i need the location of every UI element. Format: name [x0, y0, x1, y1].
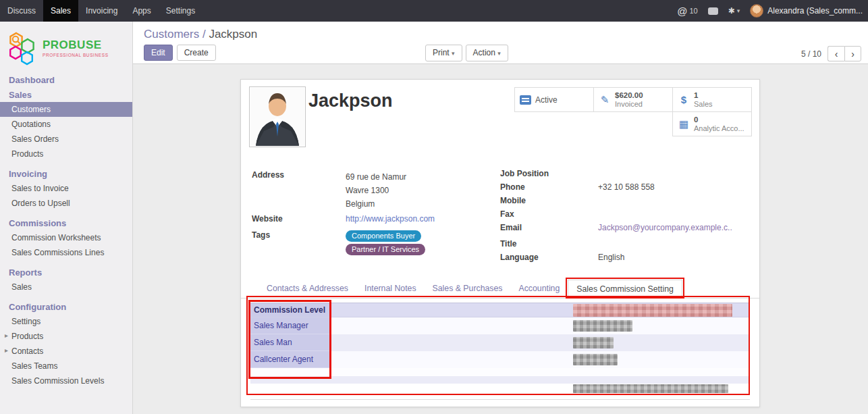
redacted-footer-cell: [573, 384, 728, 393]
tags-label: Tags: [252, 230, 346, 255]
tab-internal-notes[interactable]: Internal Notes: [356, 280, 425, 298]
sidebar-item-label: Contacts: [11, 346, 43, 356]
sidebar-item-commission-worksheets[interactable]: Commission Worksheets: [0, 230, 132, 245]
create-button[interactable]: Create: [177, 45, 216, 61]
table-row[interactable]: Sales Manager: [250, 317, 750, 334]
print-dropdown-button[interactable]: Print ▾: [425, 45, 462, 61]
analytic-count-value: 0: [694, 115, 698, 124]
table-row[interactable]: Callcenter Agent: [250, 351, 750, 368]
tab-contacts-addresses[interactable]: Contacts & Addresses: [259, 280, 356, 298]
sidebar-item-sales-commission-levels[interactable]: Sales Commission Levels: [0, 373, 132, 388]
invoiced-stat-button[interactable]: ✎ $620.00 Invoiced: [593, 87, 673, 112]
language-label: Language: [500, 253, 598, 263]
sidebar-header-invoicing[interactable]: Invoicing: [0, 166, 132, 181]
active-toggle-icon: [520, 95, 531, 105]
messages-icon[interactable]: [708, 7, 718, 15]
probuse-logo-text: PROBUSE PROFESSIONAL BUSINESS: [43, 38, 109, 57]
notebook-tabs: Contacts & Addresses Internal Notes Sale…: [241, 280, 759, 299]
user-avatar: [750, 4, 763, 18]
menu-apps[interactable]: Apps: [125, 0, 158, 22]
sidebar-item-settings[interactable]: Settings: [0, 314, 132, 329]
pager-next-button[interactable]: ›: [844, 46, 861, 61]
address-field: Address 69 rue de Namur Wavre 1300 Belgi…: [252, 170, 492, 211]
sidebar-item-quotations[interactable]: Quotations: [0, 117, 132, 132]
phone-value: +32 10 588 558: [598, 182, 751, 192]
sidebar-item-sales-commissions-lines[interactable]: Sales Commissions Lines: [0, 245, 132, 260]
sales-stat-button[interactable]: $ 1 Sales: [672, 87, 752, 112]
table-row[interactable]: Sales Man: [250, 334, 750, 351]
sidebar-item-reports-sales[interactable]: Sales: [0, 280, 132, 294]
commission-levels-table: Commission Level Sales Manager Sales Man…: [250, 303, 750, 394]
invoiced-value: $620.00: [615, 91, 643, 99]
tab-sales-commission-setting[interactable]: Sales Commission Setting: [568, 280, 682, 299]
commission-level-cell: Callcenter Agent: [250, 351, 331, 368]
empty-table-row: [250, 368, 750, 376]
sidebar-item-orders-to-upsell[interactable]: Orders to Upsell: [0, 196, 132, 211]
pager-previous-button[interactable]: ‹: [828, 46, 844, 61]
website-link[interactable]: http://www.jackpson.com: [346, 214, 435, 224]
sidebar-item-config-contacts[interactable]: ▸ Contacts: [0, 344, 132, 359]
breadcrumb-current: Jackpson: [209, 28, 257, 41]
customer-name-title: Jackpson: [308, 90, 393, 111]
menu-sales[interactable]: Sales: [43, 0, 78, 22]
sidebar-header-commissions[interactable]: Commissions: [0, 215, 132, 230]
sidebar-item-config-products[interactable]: ▸ Products: [0, 329, 132, 344]
sidebar-item-products[interactable]: Products: [0, 147, 132, 161]
menu-invoicing[interactable]: Invoicing: [78, 0, 125, 22]
job-position-field: Job Position: [500, 169, 751, 179]
menu-settings[interactable]: Settings: [159, 0, 202, 22]
breadcrumb-customers-link[interactable]: Customers: [144, 28, 199, 41]
title-label: Title: [500, 239, 598, 249]
analytic-accounts-stat-button[interactable]: ▦ 0 Analytic Acco...: [672, 111, 752, 136]
submenu-arrow-icon: ▸: [5, 332, 8, 339]
debug-icon: ✱: [728, 6, 735, 16]
sidebar-header-reports[interactable]: Reports: [0, 265, 132, 280]
language-value: English: [598, 253, 751, 263]
logo-subtitle: PROFESSIONAL BUSINESS: [43, 53, 109, 57]
website-field: Website http://www.jackpson.com: [252, 214, 492, 224]
mentions-indicator[interactable]: @ 10: [677, 5, 697, 17]
mobile-label: Mobile: [500, 196, 598, 206]
top-navbar: Discuss Sales Invoicing Apps Settings @ …: [0, 0, 868, 22]
sales-count-label: Sales: [694, 100, 713, 108]
title-field: Title: [500, 239, 751, 249]
debug-menu[interactable]: ✱ ▾: [728, 6, 740, 16]
sidebar-header-configuration[interactable]: Configuration: [0, 299, 132, 314]
sidebar-section-sales: Sales Customers Quotations Sales Orders …: [0, 87, 132, 161]
analytic-count-label: Analytic Acco...: [694, 124, 744, 132]
sidebar-item-dashboard[interactable]: Dashboard: [0, 72, 132, 87]
logo-title: PROBUSE: [43, 38, 109, 52]
action-dropdown-button[interactable]: Action ▾: [466, 45, 508, 61]
sidebar-item-sales-orders[interactable]: Sales Orders: [0, 132, 132, 147]
menu-discuss[interactable]: Discuss: [0, 0, 43, 22]
email-label: Email: [500, 223, 598, 233]
main-area: Customers / Jackpson Edit Create Print ▾…: [133, 22, 868, 414]
sheet-divider: [250, 399, 750, 400]
address-line-street: 69 rue de Namur: [346, 170, 492, 184]
commission-level-column-header[interactable]: Commission Level: [250, 303, 331, 317]
email-link[interactable]: Jackpson@yourcompany.example.c..: [598, 223, 732, 232]
user-menu[interactable]: Alexandra (Sales_comm...: [750, 4, 863, 18]
sidebar-item-sales-teams[interactable]: Sales Teams: [0, 359, 132, 373]
edit-button[interactable]: Edit: [144, 45, 173, 61]
sidebar-item-customers[interactable]: Customers: [0, 102, 132, 117]
tab-accounting[interactable]: Accounting: [510, 280, 568, 298]
sidebar-section-configuration: Configuration Settings ▸ Products ▸ Cont…: [0, 299, 132, 388]
form-view-background: Jackpson Active ✎ $620.00 Invoiced: [133, 64, 868, 413]
table-footer-row: [250, 384, 750, 394]
sidebar-header-sales[interactable]: Sales: [0, 87, 132, 102]
caret-down-icon: ▾: [737, 7, 740, 14]
tab-sales-purchases[interactable]: Sales & Purchases: [425, 280, 511, 298]
active-stat-button[interactable]: Active: [514, 87, 594, 112]
fax-label: Fax: [500, 209, 598, 219]
at-icon: @: [677, 5, 687, 17]
title-value: [598, 239, 751, 249]
address-label: Address: [252, 170, 346, 211]
sidebar-item-sales-to-invoice[interactable]: Sales to Invoice: [0, 181, 132, 196]
mention-count: 10: [689, 7, 697, 15]
left-field-column: Address 69 rue de Namur Wavre 1300 Belgi…: [252, 170, 492, 259]
pager-counter: 5 / 10: [801, 49, 821, 59]
pencil-icon: ✎: [599, 94, 611, 106]
address-line-city: Wavre 1300: [346, 184, 492, 197]
customer-photo[interactable]: [249, 86, 306, 147]
